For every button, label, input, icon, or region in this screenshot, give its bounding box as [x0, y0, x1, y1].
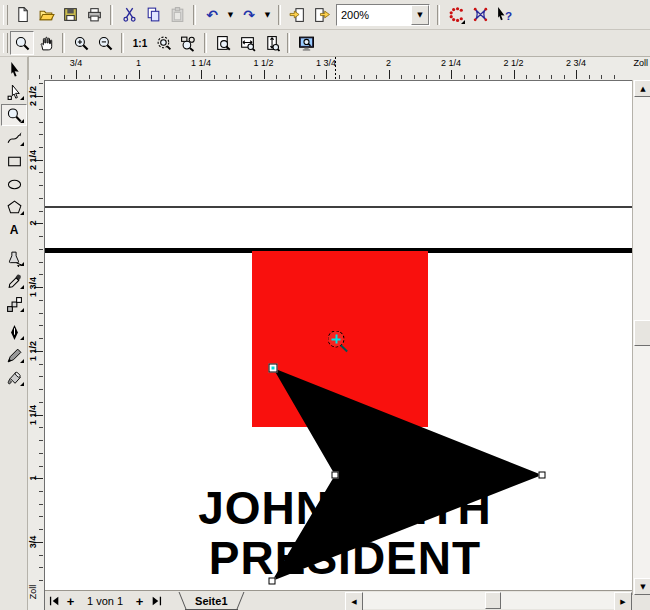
- h-ruler-label: 1 1/2: [253, 58, 273, 68]
- toolbar-separator: [110, 5, 113, 25]
- print-button[interactable]: [82, 3, 106, 27]
- toolbar-grip[interactable]: [3, 5, 8, 25]
- page-navigation-bar: + 1 von 1 + Seite1 ◀ ▶: [45, 590, 632, 610]
- cut-button[interactable]: [117, 3, 141, 27]
- rectangle-icon: [6, 153, 23, 170]
- ruler-tick: [389, 70, 390, 79]
- zoom-magnifier-icon: [6, 107, 23, 124]
- zoom-tool[interactable]: [1, 104, 27, 126]
- vertical-ruler[interactable]: 2 1/22 1/421 3/41 1/21 1/413/4 Zoll: [28, 80, 45, 610]
- ruler-tick: [39, 453, 43, 454]
- zoom-in-icon: [73, 35, 90, 52]
- last-page-button[interactable]: [148, 593, 165, 610]
- application-launcher-button[interactable]: [444, 3, 468, 27]
- undo-dropdown-button[interactable]: ▼: [224, 4, 237, 26]
- v-ruler-label: 1 1/2: [28, 341, 38, 361]
- ruler-tick: [76, 70, 77, 79]
- pick-tool[interactable]: [1, 58, 27, 80]
- zoom-to-selection-button[interactable]: [152, 31, 176, 55]
- polygon-tool[interactable]: [1, 196, 27, 218]
- copy-button[interactable]: [141, 3, 165, 27]
- scroll-up-button[interactable]: ▲: [634, 80, 650, 97]
- ruler-tick: [39, 109, 43, 110]
- pan-tool-button[interactable]: [34, 31, 58, 55]
- ruler-tick: [189, 75, 190, 79]
- zoom-to-page-height-button[interactable]: [259, 31, 283, 55]
- eyedropper-tool[interactable]: [1, 270, 27, 292]
- scroll-down-button[interactable]: ▼: [634, 578, 650, 595]
- zoom-actual-size-button[interactable]: 1:1: [128, 31, 152, 55]
- undo-button[interactable]: ↶: [200, 3, 224, 27]
- add-page-before-button[interactable]: +: [62, 593, 79, 610]
- ruler-tick: [589, 75, 590, 79]
- whats-this-help-button[interactable]: ?: [492, 3, 516, 27]
- ruler-tick: [39, 236, 43, 237]
- horizontal-scroll-track[interactable]: [363, 592, 614, 609]
- selected-node-handle[interactable]: [269, 364, 278, 373]
- freehand-tool[interactable]: [1, 127, 27, 149]
- horizontal-scroll-thumb[interactable]: [485, 592, 501, 609]
- zoom-cursor: [328, 331, 345, 348]
- pen-tool[interactable]: [1, 344, 27, 366]
- new-button[interactable]: [10, 3, 34, 27]
- rectangle-tool[interactable]: [1, 150, 27, 172]
- blend-tool[interactable]: [1, 293, 27, 315]
- scroll-left-button[interactable]: ◀: [345, 592, 363, 610]
- node-handle-notch[interactable]: [332, 472, 339, 479]
- node-handle-tip[interactable]: [539, 472, 546, 479]
- standard-toolbar: ↶ ▼ ↷ ▼ 200% ▼ ?: [0, 0, 650, 30]
- ruler-tick: [39, 211, 43, 212]
- import-button[interactable]: [285, 3, 309, 27]
- ruler-tick: [39, 198, 43, 199]
- redo-dropdown-button[interactable]: ▼: [261, 4, 274, 26]
- node-handle-bottom[interactable]: [269, 578, 276, 585]
- first-page-icon: [48, 595, 60, 607]
- zoom-out-button[interactable]: [93, 31, 117, 55]
- page-tab[interactable]: Seite1: [179, 592, 243, 610]
- v-ruler-unit: Zoll: [28, 585, 38, 600]
- h-ruler-label: 2: [386, 58, 391, 68]
- zoom-toolbar: 1:1: [0, 30, 650, 57]
- save-button[interactable]: [58, 3, 82, 27]
- drawing-canvas[interactable]: JOHN SMITH PRESIDENT: [45, 80, 632, 591]
- vertical-scrollbar[interactable]: ▲ ▼: [632, 80, 650, 595]
- symbol-module-button[interactable]: [468, 3, 492, 27]
- zoom-level-value[interactable]: 200%: [337, 9, 411, 21]
- redo-button[interactable]: ↷: [237, 3, 261, 27]
- fill-bucket-icon: [6, 370, 23, 387]
- v-ruler-scale: 2 1/22 1/421 3/41 1/21 1/413/4: [28, 80, 44, 610]
- vertical-scroll-thumb[interactable]: [634, 320, 650, 346]
- zoom-to-all-objects-icon: [180, 35, 197, 52]
- paste-clipboard-icon: [169, 6, 186, 23]
- open-button[interactable]: [34, 3, 58, 27]
- ruler-tick: [39, 402, 43, 403]
- add-page-after-button[interactable]: +: [131, 593, 148, 610]
- toolbar-grip[interactable]: [3, 33, 8, 53]
- ellipse-icon: [6, 176, 23, 193]
- paste-button[interactable]: [165, 3, 189, 27]
- zoom-level-dropdown-button[interactable]: ▼: [411, 5, 429, 25]
- horizontal-ruler[interactable]: 3/411 1/41 1/21 3/422 1/42 1/22 3/4 Zoll: [28, 56, 650, 81]
- ruler-tick: [576, 70, 577, 79]
- zoom-tool-button[interactable]: [10, 31, 34, 55]
- ruler-tick: [151, 75, 152, 79]
- zoom-to-all-objects-button[interactable]: [176, 31, 200, 55]
- shape-tool[interactable]: [1, 81, 27, 103]
- ruler-tick: [614, 75, 615, 79]
- fullscreen-preview-button[interactable]: [294, 31, 318, 55]
- zoom-to-page-width-button[interactable]: [235, 31, 259, 55]
- horizontal-scrollbar[interactable]: ◀ ▶: [345, 592, 632, 609]
- export-button[interactable]: [309, 3, 333, 27]
- first-page-button[interactable]: [45, 593, 62, 610]
- ruler-tick: [289, 75, 290, 79]
- text-tool[interactable]: A: [1, 219, 27, 241]
- zoom-level-combo[interactable]: 200% ▼: [336, 4, 430, 26]
- interactive-fill-tool[interactable]: [1, 247, 27, 269]
- zoom-to-page-button[interactable]: [211, 31, 235, 55]
- fill-bucket-tool[interactable]: [1, 367, 27, 389]
- scroll-right-button[interactable]: ▶: [614, 592, 632, 610]
- zoom-in-button[interactable]: [69, 31, 93, 55]
- zoom-to-page-width-icon: [239, 35, 256, 52]
- outline-pen-tool[interactable]: [1, 321, 27, 343]
- ellipse-tool[interactable]: [1, 173, 27, 195]
